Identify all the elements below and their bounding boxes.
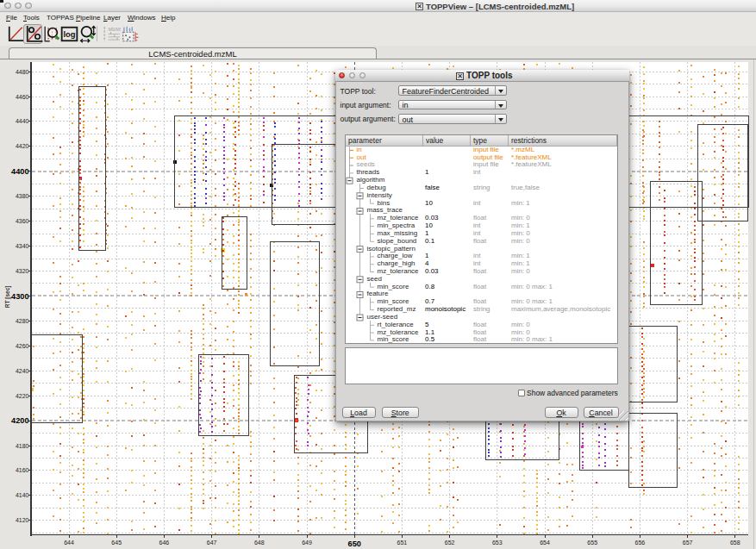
svg-text:4260: 4260 [16, 343, 29, 349]
svg-text:4340: 4340 [16, 243, 29, 249]
svg-text:658: 658 [730, 540, 740, 546]
svg-text:4460: 4460 [16, 94, 29, 100]
svg-text:MS/MS: MS/MS [109, 28, 121, 32]
svg-text:4360: 4360 [16, 218, 29, 224]
svg-text:4400: 4400 [11, 167, 28, 176]
svg-text:4440: 4440 [16, 118, 29, 124]
svg-text:4180: 4180 [16, 443, 29, 449]
svg-text:4160: 4160 [16, 467, 29, 473]
svg-text:656: 656 [635, 540, 646, 546]
svg-text:649: 649 [302, 540, 312, 546]
svg-text:4140: 4140 [16, 492, 29, 498]
svg-text:652: 652 [445, 540, 455, 546]
svg-text:651: 651 [397, 540, 408, 546]
svg-text:4280: 4280 [16, 318, 29, 324]
svg-text:655: 655 [587, 540, 597, 546]
svg-text:4220: 4220 [16, 393, 29, 399]
svg-text:648: 648 [254, 540, 265, 546]
svg-text:653: 653 [492, 540, 503, 546]
svg-text:650: 650 [348, 540, 361, 548]
svg-text:4320: 4320 [16, 268, 29, 274]
svg-text:4240: 4240 [16, 368, 29, 374]
svg-text:657: 657 [683, 540, 693, 546]
svg-text:645: 645 [111, 540, 122, 546]
svg-text:646: 646 [159, 540, 170, 546]
svg-text:4380: 4380 [16, 193, 29, 199]
svg-text:log: log [63, 29, 75, 39]
svg-text:654: 654 [540, 540, 550, 546]
svg-text:4120: 4120 [16, 517, 29, 523]
svg-text:4200: 4200 [11, 416, 28, 425]
svg-text:644: 644 [64, 540, 74, 546]
svg-text:4300: 4300 [11, 292, 28, 301]
svg-text:4420: 4420 [16, 143, 29, 149]
svg-text:647: 647 [207, 540, 217, 546]
svg-text:4480: 4480 [16, 69, 29, 75]
svg-text:RT [sec]: RT [sec] [4, 286, 11, 309]
